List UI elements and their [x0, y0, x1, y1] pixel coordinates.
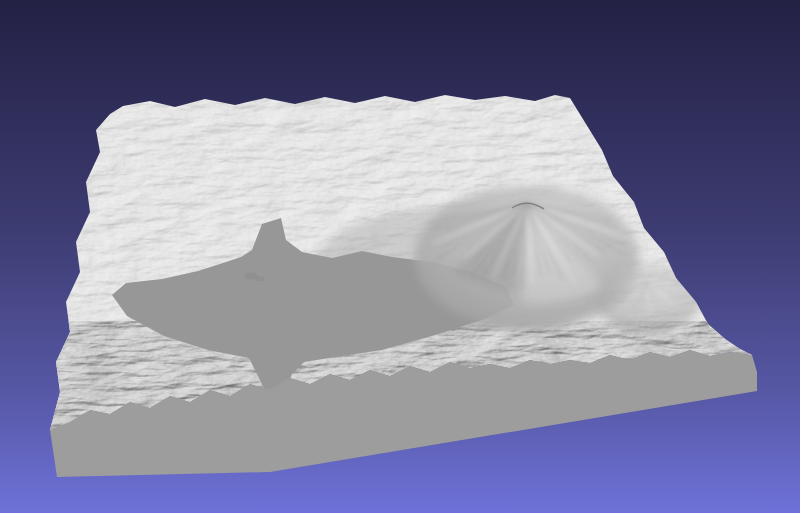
lake-island: [255, 277, 265, 282]
viewer-canvas[interactable]: [0, 0, 800, 513]
mesh-viewer-viewport[interactable]: [0, 0, 800, 513]
